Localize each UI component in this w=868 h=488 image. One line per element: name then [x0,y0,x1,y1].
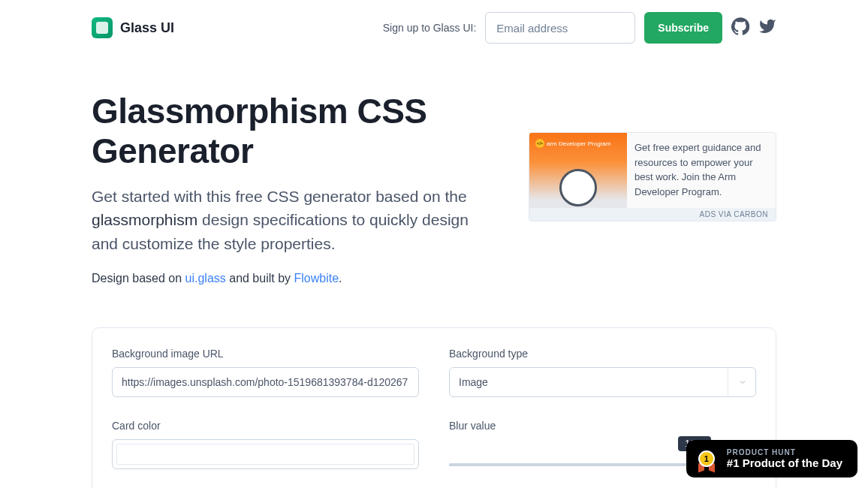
blur-label: Blur value [449,420,756,432]
bg-url-input[interactable] [112,367,419,397]
bg-type-select[interactable]: Image [449,367,756,397]
generator-panel: Background image URL Background type Ima… [92,327,776,488]
lead-pre: Get started with this free CSS generator… [92,188,467,205]
carbon-ad[interactable]: arm Developer Program Get free expert gu… [529,132,776,221]
ad-image: arm Developer Program [529,133,627,208]
bg-type-value: Image [459,376,488,388]
signup-label: Sign up to Glass UI: [383,22,477,34]
page-title: Glassmorphism CSS Generator [92,92,499,171]
credit-post: . [339,272,342,285]
lead-strong: glassmorphism [92,211,197,228]
color-swatch [116,444,414,465]
brand-name: Glass UI [120,20,174,36]
ad-image-label: arm Developer Program [535,139,610,148]
producthunt-badge[interactable]: 1 PRODUCT HUNT #1 Product of the Day [686,440,857,477]
credit-line: Design based on ui.glass and built by Fl… [92,272,499,285]
card-color-input[interactable] [112,439,419,469]
logo-icon [92,17,113,38]
ph-headline: #1 Product of the Day [727,456,842,469]
ad-text: Get free expert guidance and resources t… [634,133,776,208]
credit-link-uiglass[interactable]: ui.glass [185,272,226,285]
brand[interactable]: Glass UI [92,17,174,38]
ph-caption: PRODUCT HUNT [727,448,842,456]
bg-type-label: Background type [449,348,756,360]
medal-rank: 1 [698,450,715,467]
email-field[interactable] [485,12,635,44]
card-color-label: Card color [112,420,419,432]
subscribe-button[interactable]: Subscribe [644,12,722,44]
github-icon[interactable] [731,17,749,38]
twitter-icon[interactable] [758,17,776,38]
credit-link-flowbite[interactable]: Flowbite [294,272,339,285]
bg-url-label: Background image URL [112,348,419,360]
chevron-down-icon [728,367,756,397]
credit-pre: Design based on [92,272,185,285]
ad-footer: ADS VIA CARBON [529,208,776,221]
medal-icon: 1 [695,447,718,470]
page-lead: Get started with this free CSS generator… [92,185,499,256]
credit-mid: and built by [226,272,294,285]
